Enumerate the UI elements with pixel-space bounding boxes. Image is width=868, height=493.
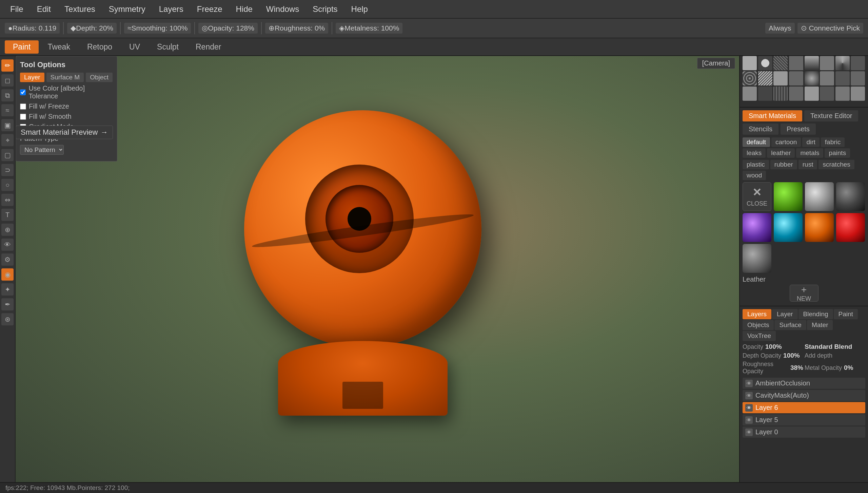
smudge-icon[interactable]: ≈ (1, 104, 14, 116)
menu-windows[interactable]: Windows (260, 3, 305, 15)
sm-filter-scratches[interactable]: scratches (818, 160, 854, 169)
close-material-button[interactable]: ✕ CLOSE (743, 182, 771, 211)
tab-objects[interactable]: Objects (743, 320, 774, 330)
tab-sculpt[interactable]: Sculpt (149, 40, 187, 54)
viewport[interactable] (16, 56, 739, 482)
alpha-cell-28[interactable] (789, 87, 803, 101)
alpha-cell-17[interactable] (743, 71, 757, 86)
smart-material-preview-button[interactable]: Smart Material Preview → (16, 126, 113, 139)
use-color-checkbox[interactable] (20, 89, 26, 95)
menu-hide[interactable]: Hide (230, 3, 258, 15)
alpha-cell-21[interactable] (805, 71, 819, 86)
layer-eye-0[interactable]: 👁 (745, 429, 753, 436)
material-orange[interactable] (805, 213, 834, 242)
material-red[interactable] (836, 213, 865, 242)
menu-symmetry[interactable]: Symmetry (103, 3, 152, 15)
tab-layers[interactable]: Layers (743, 309, 771, 319)
view-icon[interactable]: 👁 (1, 239, 14, 251)
tab-uv[interactable]: UV (121, 40, 148, 54)
settings-icon[interactable]: ⚙ (1, 253, 14, 266)
alpha-cell-23[interactable] (835, 71, 850, 86)
eraser-icon[interactable]: ◻ (1, 74, 14, 87)
menu-edit[interactable]: Edit (31, 3, 57, 15)
depth-control[interactable]: ◆Depth: 20% (67, 23, 117, 34)
alpha-cell-14[interactable] (820, 56, 834, 70)
clone-icon[interactable]: ⧉ (1, 89, 14, 101)
rectangle-select-icon[interactable]: ▢ (1, 149, 14, 161)
layer-6[interactable]: 👁 Layer 6 (743, 402, 865, 413)
radio-object[interactable]: Object (86, 73, 113, 82)
sm-filter-fabric[interactable]: fabric (821, 137, 845, 147)
alpha-cell-20[interactable] (789, 71, 803, 86)
sm-filter-plastic[interactable]: plastic (743, 160, 769, 169)
tab-paint[interactable]: Paint (834, 309, 858, 319)
material-dark-metal[interactable] (836, 182, 865, 211)
material-purple-holo[interactable] (743, 213, 771, 242)
alpha-cell-31[interactable] (835, 87, 850, 101)
alpha-cell-26[interactable] (758, 87, 772, 101)
opacity-control[interactable]: ◎Opacity: 128% (198, 23, 258, 34)
sm-tab-stencils[interactable]: Stencils (743, 124, 778, 135)
alpha-cell-11[interactable] (773, 56, 788, 70)
active-brush-icon[interactable]: ◉ (1, 268, 14, 281)
tab-surface[interactable]: Surface (774, 320, 806, 330)
alpha-cell-12[interactable] (789, 56, 803, 70)
metalness-control[interactable]: ◈Metalness: 100% (336, 23, 402, 34)
radio-layer[interactable]: Layer (20, 73, 44, 82)
material-green[interactable] (774, 182, 803, 211)
alpha-cell-19[interactable] (773, 71, 788, 86)
always-dropdown[interactable]: Always (765, 23, 795, 34)
sm-filter-rust[interactable]: rust (798, 160, 817, 169)
menu-help[interactable]: Help (345, 3, 374, 15)
tab-voxtree[interactable]: VoxTree (743, 331, 776, 341)
layer-eye-5[interactable]: 👁 (745, 416, 753, 424)
layer-0[interactable]: 👁 Layer 0 (743, 426, 865, 438)
lasso-icon[interactable]: ⊃ (1, 164, 14, 176)
alpha-cell-32[interactable] (851, 87, 865, 101)
menu-file[interactable]: File (4, 3, 29, 15)
connective-pick-dropdown[interactable]: ⊙ Connective Pick (797, 23, 863, 34)
menu-layers[interactable]: Layers (153, 3, 190, 15)
menu-scripts[interactable]: Scripts (307, 3, 343, 15)
layer-eye-ao[interactable]: 👁 (745, 380, 753, 387)
tab-retopo[interactable]: Retopo (79, 40, 120, 54)
alpha-cell-30[interactable] (820, 87, 834, 101)
layer-5[interactable]: 👁 Layer 5 (743, 414, 865, 425)
alpha-cell-18[interactable] (758, 71, 772, 86)
fill-icon[interactable]: ▣ (1, 119, 14, 131)
eyedropper-icon[interactable]: ✦ (1, 283, 14, 296)
fill-smooth-checkbox[interactable] (20, 114, 26, 120)
alpha-cell-22[interactable] (820, 71, 834, 86)
sm-filter-paints[interactable]: paints (825, 148, 850, 158)
tab-layer[interactable]: Layer (772, 309, 798, 319)
pattern-select[interactable]: No Pattern (20, 145, 64, 155)
sm-tab-presets[interactable]: Presets (781, 124, 816, 135)
radio-surface-m[interactable]: Surface M (46, 73, 84, 82)
alpha-cell-24[interactable] (851, 71, 865, 86)
tab-render[interactable]: Render (188, 40, 229, 54)
alpha-cell-13[interactable] (805, 56, 819, 70)
alpha-cell-25[interactable] (743, 87, 757, 101)
transform-icon[interactable]: ⊕ (1, 224, 14, 236)
sm-tab-texture-editor[interactable]: Texture Editor (804, 110, 858, 121)
tab-tweak[interactable]: Tweak (39, 40, 78, 54)
material-teal[interactable] (774, 213, 803, 242)
smoothing-control[interactable]: ≈Smoothing: 100% (124, 23, 191, 34)
text-tool-icon[interactable]: T (1, 209, 14, 221)
menu-freeze[interactable]: Freeze (191, 3, 229, 15)
alpha-cell-10[interactable] (758, 56, 772, 70)
symmetry-icon[interactable]: ⇔ (1, 194, 14, 206)
layer-cavity-mask[interactable]: 👁 CavityMask(Auto) (743, 390, 865, 401)
sm-filter-wood[interactable]: wood (743, 171, 766, 180)
sm-filter-metals[interactable]: metals (796, 148, 823, 158)
tab-paint[interactable]: Paint (5, 40, 39, 54)
alpha-cell-27[interactable] (773, 87, 788, 101)
fill-freeze-checkbox[interactable] (20, 103, 26, 110)
special-brush-icon[interactable]: ⊛ (1, 313, 14, 325)
alpha-cell-29[interactable] (805, 87, 819, 101)
sm-filter-leaks[interactable]: leaks (743, 148, 766, 158)
pen-icon[interactable]: ✒ (1, 298, 14, 310)
sm-filter-dirt[interactable]: dirt (802, 137, 819, 147)
paint-brush-icon[interactable]: ✏ (1, 59, 14, 72)
sm-filter-default[interactable]: default (743, 137, 770, 147)
